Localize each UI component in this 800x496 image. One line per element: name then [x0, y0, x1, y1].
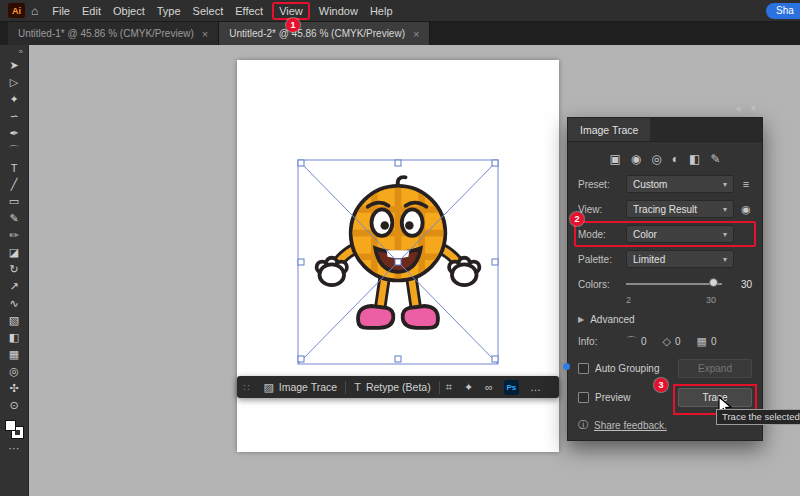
- menu-view[interactable]: View 1: [272, 2, 310, 20]
- colors-max: 30: [706, 295, 716, 305]
- gradient-tool-icon[interactable]: ◧: [3, 329, 25, 346]
- edit-in-photoshop-icon[interactable]: Ps: [504, 380, 519, 395]
- image-trace-panel: Image Trace ▣◉◎◐◧✎ Preset: Custom ▾ ≡ Vi…: [567, 117, 763, 441]
- preset-auto-color-icon[interactable]: ▣: [610, 152, 621, 166]
- rectangle-tool-icon[interactable]: ▭: [3, 193, 25, 210]
- chevron-down-icon: ▾: [723, 230, 727, 239]
- preset-label: Preset:: [578, 179, 626, 190]
- trace-tooltip: Trace the selected: [716, 409, 800, 425]
- generative-sparkle-icon[interactable]: ✦: [458, 381, 479, 394]
- panel-close-icon[interactable]: ×: [751, 103, 757, 114]
- width-tool-icon[interactable]: ∿: [3, 295, 25, 312]
- preset-outline-icon[interactable]: ✎: [710, 152, 720, 166]
- paths-value: 0: [641, 336, 647, 347]
- pencil-tool-icon[interactable]: ✏: [3, 227, 25, 244]
- colors-min: 2: [626, 295, 631, 305]
- illustrator-logo[interactable]: Ai: [8, 3, 25, 18]
- mode-dropdown[interactable]: Color ▾: [626, 225, 734, 243]
- trace-button[interactable]: Trace: [678, 388, 752, 407]
- image-trace-panel-body: ▣◉◎◐◧✎ Preset: Custom ▾ ≡ View: Tracing …: [568, 142, 762, 440]
- pen-tool-icon[interactable]: ✒: [3, 125, 25, 142]
- preset-grayscale-icon[interactable]: ◐: [672, 152, 679, 166]
- close-tab-icon[interactable]: ×: [413, 28, 419, 40]
- preview-label: Preview: [595, 392, 631, 403]
- preset-high-color-icon[interactable]: ◉: [631, 152, 641, 166]
- eraser-tool-icon[interactable]: ◪: [3, 244, 25, 261]
- hand-tool-icon[interactable]: ✣: [3, 380, 25, 397]
- menu-effect[interactable]: Effect: [229, 0, 269, 22]
- menu-edit[interactable]: Edit: [76, 0, 107, 22]
- zoom-tool-icon[interactable]: ⊙: [3, 397, 25, 414]
- eye-icon[interactable]: ◉: [740, 203, 752, 216]
- scale-tool-icon[interactable]: ↗: [3, 278, 25, 295]
- rotate-tool-icon[interactable]: ↻: [3, 261, 25, 278]
- image-trace-button-label: Image Trace: [279, 381, 337, 393]
- more-options-icon[interactable]: …: [524, 381, 547, 393]
- auto-grouping-label: Auto Grouping: [595, 363, 660, 374]
- advanced-toggle[interactable]: ▶ Advanced: [578, 314, 752, 325]
- mesh-tool-icon[interactable]: ▦: [3, 346, 25, 363]
- eyedropper-tool-icon[interactable]: ◎: [3, 363, 25, 380]
- selection-bounding-box[interactable]: [297, 159, 499, 365]
- shape-builder-tool-icon[interactable]: ▧: [3, 312, 25, 329]
- share-feedback-link[interactable]: Share feedback.: [594, 420, 667, 431]
- close-tab-icon[interactable]: ×: [202, 28, 208, 40]
- menu-help[interactable]: Help: [364, 0, 399, 22]
- slider-thumb[interactable]: [709, 278, 718, 287]
- preset-menu-icon[interactable]: ≡: [740, 178, 752, 190]
- share-button[interactable]: Sha: [766, 3, 800, 19]
- menu-file[interactable]: File: [46, 0, 76, 22]
- menu-type[interactable]: Type: [151, 0, 187, 22]
- preview-row: Preview Trace 3: [578, 388, 752, 407]
- retype-button[interactable]: T Retype (Beta): [346, 376, 439, 398]
- paintbrush-tool-icon[interactable]: ✎: [3, 210, 25, 227]
- selection-tool-icon[interactable]: ➤: [3, 57, 25, 74]
- expand-button[interactable]: Expand: [678, 359, 752, 378]
- tab-untitled-2[interactable]: Untitled-2* @ 45.86 % (CMYK/Preview) ×: [219, 22, 430, 45]
- direct-selection-tool-icon[interactable]: ▷: [3, 74, 25, 91]
- preset-row: Preset: Custom ▾ ≡: [578, 175, 752, 193]
- image-trace-panel-title: Image Trace: [568, 118, 650, 141]
- slider-track[interactable]: [626, 283, 722, 285]
- home-icon[interactable]: ⌂: [31, 4, 38, 18]
- auto-grouping-row: Auto Grouping Expand: [578, 359, 752, 378]
- view-row: View: Tracing Result ▾ ◉: [578, 200, 752, 218]
- fill-stroke-swatches: [5, 420, 23, 438]
- menu-object[interactable]: Object: [107, 0, 151, 22]
- image-trace-panel-header[interactable]: Image Trace: [568, 118, 762, 142]
- preset-low-color-icon[interactable]: ◎: [651, 152, 661, 166]
- colors-slider[interactable]: [626, 275, 722, 293]
- crop-image-icon[interactable]: ⌗: [440, 381, 458, 394]
- info-row: Info: ⌒ 0 ◇ 0 ▦ 0: [578, 334, 752, 349]
- drag-handle-icon[interactable]: ∷: [237, 382, 255, 393]
- link-icon[interactable]: ∞: [479, 381, 499, 393]
- image-trace-button[interactable]: ▨ Image Trace: [255, 376, 345, 398]
- view-dropdown[interactable]: Tracing Result ▾: [626, 200, 734, 218]
- colors-row: Colors: 30: [578, 275, 752, 293]
- mode-value: Color: [633, 229, 657, 240]
- palette-dropdown[interactable]: Limited ▾: [626, 250, 734, 268]
- tab-label: Untitled-1* @ 45.86 % (CMYK/Preview): [18, 28, 194, 39]
- type-tool-icon[interactable]: T: [3, 159, 25, 176]
- anchors-count: ◇ 0: [663, 335, 681, 348]
- magic-wand-tool-icon[interactable]: ✦: [3, 91, 25, 108]
- menu-select[interactable]: Select: [187, 0, 230, 22]
- contextual-task-bar: ∷ ▨ Image Trace T Retype (Beta) ⌗ ✦ ∞ Ps…: [237, 376, 559, 398]
- tab-untitled-1[interactable]: Untitled-1* @ 45.86 % (CMYK/Preview) ×: [8, 22, 219, 45]
- edit-toolbar-icon[interactable]: ⋯: [9, 442, 20, 455]
- preview-checkbox[interactable]: [578, 392, 589, 403]
- mode-row: Mode: Color ▾ 2: [578, 225, 752, 243]
- chevron-down-icon: ▾: [723, 205, 727, 214]
- menu-window[interactable]: Window: [313, 0, 364, 22]
- preset-dropdown[interactable]: Custom ▾: [626, 175, 734, 193]
- auto-grouping-checkbox[interactable]: [578, 363, 589, 374]
- retype-icon: T: [354, 381, 361, 393]
- panel-collapse-icon[interactable]: «: [736, 103, 742, 114]
- preset-black-white-icon[interactable]: ◧: [689, 152, 700, 166]
- lasso-tool-icon[interactable]: ∽: [3, 108, 25, 125]
- anchors-icon: ◇: [663, 335, 671, 348]
- toolbar-collapse-icon[interactable]: »: [19, 47, 23, 56]
- fill-color-swatch[interactable]: [5, 420, 16, 431]
- curvature-tool-icon[interactable]: ⌒: [3, 142, 25, 159]
- line-segment-tool-icon[interactable]: ╱: [3, 176, 25, 193]
